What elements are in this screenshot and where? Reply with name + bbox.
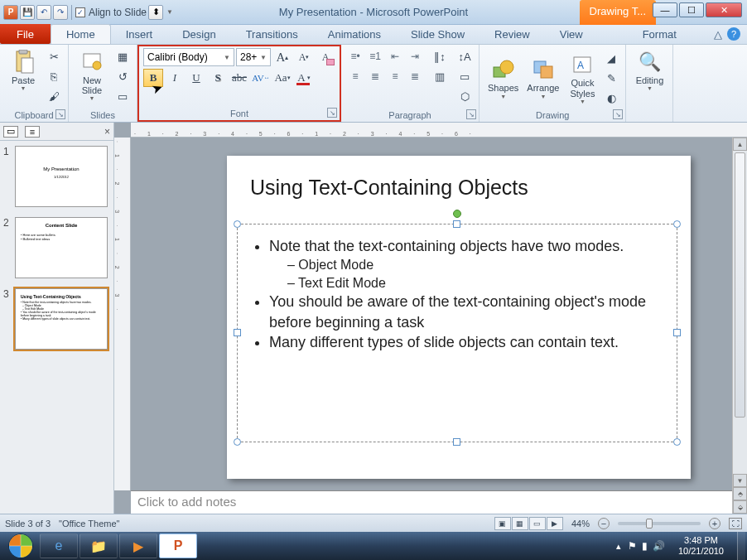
- horizontal-ruler[interactable]: · 1 · 2 · 3 · 4 · 5 · 6 · 1 · 2 · 3 · 4 …: [131, 123, 747, 138]
- align-right-icon[interactable]: ≡: [386, 67, 404, 85]
- line-spacing-icon[interactable]: ‖↕: [431, 47, 449, 65]
- cut-icon[interactable]: ✂: [45, 47, 63, 65]
- tray-network-icon[interactable]: ▮: [642, 540, 648, 552]
- paragraph-launcher[interactable]: ↘: [466, 109, 476, 119]
- bold-button[interactable]: B ➤: [143, 69, 163, 87]
- tab-design[interactable]: Design: [167, 25, 230, 44]
- align-center-icon[interactable]: ≣: [366, 67, 384, 85]
- font-launcher[interactable]: ↘: [327, 108, 337, 118]
- smartart-icon[interactable]: ⬡: [455, 87, 474, 105]
- redo-icon[interactable]: ↷: [53, 5, 68, 20]
- reading-view-icon[interactable]: ▭: [529, 517, 546, 530]
- vertical-ruler[interactable]: · 1 · 2 · 3 · 1 · 2 · 3 ·: [114, 138, 131, 490]
- align-checkbox[interactable]: ✓: [75, 7, 85, 17]
- copy-icon[interactable]: ⎘: [45, 67, 63, 85]
- editing-button[interactable]: 🔍 Editing▼: [631, 47, 667, 93]
- tab-transitions[interactable]: Transitions: [231, 25, 313, 44]
- help-icon[interactable]: ?: [727, 27, 740, 41]
- minimize-button[interactable]: —: [653, 2, 677, 17]
- content-placeholder[interactable]: Note that the text-containing objects ha…: [237, 224, 677, 442]
- start-button[interactable]: [3, 533, 38, 558]
- tab-slideshow[interactable]: Slide Show: [396, 25, 480, 44]
- font-name-combo[interactable]: Calibri (Body)▼: [143, 48, 234, 66]
- new-slide-button[interactable]: New Slide ▼: [74, 47, 110, 103]
- resize-handle[interactable]: [453, 220, 460, 228]
- tab-insert[interactable]: Insert: [111, 25, 168, 44]
- next-slide-icon[interactable]: ⬙: [733, 500, 747, 514]
- qat-customize-icon[interactable]: ▼: [166, 8, 173, 16]
- font-color-icon[interactable]: A▾: [294, 69, 314, 87]
- show-desktop-button[interactable]: [737, 532, 745, 560]
- tray-flag-icon[interactable]: ⚑: [628, 540, 637, 552]
- tab-animations[interactable]: Animations: [313, 25, 396, 44]
- zoom-slider[interactable]: [618, 522, 701, 525]
- clipboard-launcher[interactable]: ↘: [55, 109, 65, 119]
- zoom-out-icon[interactable]: −: [598, 518, 610, 529]
- system-clock[interactable]: 3:48 PM10/21/2010: [672, 533, 730, 558]
- resize-handle[interactable]: [673, 220, 681, 228]
- shape-effects-icon[interactable]: ◐: [602, 89, 620, 107]
- drawing-launcher[interactable]: ↘: [613, 109, 623, 119]
- bullets-icon[interactable]: ≡•: [346, 47, 364, 65]
- arrange-button[interactable]: Arrange▼: [523, 55, 562, 100]
- justify-icon[interactable]: ≣: [406, 67, 424, 85]
- align-left-icon[interactable]: ≡: [346, 67, 364, 85]
- tray-expand-icon[interactable]: ▴: [616, 541, 621, 552]
- taskbar-ie-icon[interactable]: e: [40, 533, 78, 558]
- shadow-button[interactable]: S: [208, 69, 228, 87]
- shrink-font-icon[interactable]: A▾: [294, 48, 314, 66]
- prev-slide-icon[interactable]: ⬘: [733, 487, 747, 500]
- resize-handle[interactable]: [234, 329, 241, 336]
- outline-tab-icon[interactable]: ≡: [25, 126, 40, 138]
- grow-font-icon[interactable]: A▴: [272, 48, 292, 66]
- thumbnail-2[interactable]: 2 Content Slide• Here are some bullets• …: [0, 212, 113, 283]
- minimize-ribbon-icon[interactable]: △: [714, 28, 722, 41]
- save-icon[interactable]: 💾: [20, 5, 35, 20]
- resize-handle[interactable]: [673, 329, 681, 336]
- numbering-icon[interactable]: ≡1: [366, 47, 384, 65]
- resize-handle[interactable]: [673, 438, 681, 446]
- layout-icon[interactable]: ▦: [113, 47, 132, 65]
- shape-outline-icon[interactable]: ✎: [602, 69, 620, 87]
- increase-indent-icon[interactable]: ⇥: [406, 47, 424, 65]
- slideshow-view-icon[interactable]: ▶: [547, 517, 563, 530]
- paste-button[interactable]: Paste ▼: [5, 47, 41, 93]
- resize-handle[interactable]: [234, 220, 241, 228]
- tab-review[interactable]: Review: [480, 25, 545, 44]
- tab-format[interactable]: Format: [628, 25, 692, 44]
- clear-formatting-icon[interactable]: A: [316, 48, 335, 66]
- slide-title[interactable]: Using Text-Containing Objects: [227, 156, 691, 205]
- slide-canvas[interactable]: Using Text-Containing Objects: [131, 138, 747, 490]
- undo-icon[interactable]: ↶: [36, 5, 51, 20]
- maximize-button[interactable]: ☐: [679, 2, 704, 17]
- align-options-icon[interactable]: ⬍: [148, 5, 163, 20]
- body-text[interactable]: Note that the text-containing objects ha…: [238, 224, 677, 364]
- tab-home[interactable]: Home: [51, 24, 111, 44]
- change-case-icon[interactable]: Aa▾: [272, 69, 292, 87]
- tray-volume-icon[interactable]: 🔊: [653, 540, 665, 552]
- powerpoint-app-icon[interactable]: P: [3, 5, 18, 20]
- tab-file[interactable]: File: [0, 24, 51, 44]
- italic-button[interactable]: I: [165, 69, 185, 87]
- char-spacing-icon[interactable]: AV↔: [251, 69, 271, 87]
- thumbnail-3[interactable]: 3 Using Text-Containing Objects • Note t…: [0, 283, 113, 355]
- notes-pane[interactable]: Click to add notes: [131, 490, 747, 514]
- normal-view-icon[interactable]: ▣: [494, 517, 511, 530]
- reset-icon[interactable]: ↺: [113, 67, 132, 85]
- close-pane-icon[interactable]: ×: [104, 126, 110, 138]
- taskbar-media-icon[interactable]: ▶: [119, 533, 157, 558]
- columns-icon[interactable]: ▥: [431, 67, 449, 85]
- close-button[interactable]: ✕: [706, 2, 742, 17]
- taskbar-explorer-icon[interactable]: 📁: [80, 533, 118, 558]
- shape-fill-icon[interactable]: ◢: [602, 49, 620, 67]
- vertical-scrollbar[interactable]: ▲ ▼ ⬘ ⬙: [732, 138, 747, 514]
- fit-window-icon[interactable]: ⛶: [729, 518, 742, 529]
- font-size-combo[interactable]: 28+▼: [236, 48, 271, 66]
- underline-button[interactable]: U: [186, 69, 206, 87]
- scrollbar-thumb[interactable]: [735, 152, 745, 418]
- zoom-in-icon[interactable]: +: [709, 518, 720, 529]
- align-text-icon[interactable]: ▭: [455, 67, 474, 85]
- strikethrough-button[interactable]: abc: [229, 69, 249, 87]
- thumbnail-1[interactable]: 1 My Presentation1/12/2012: [0, 141, 113, 212]
- tab-view[interactable]: View: [545, 25, 598, 44]
